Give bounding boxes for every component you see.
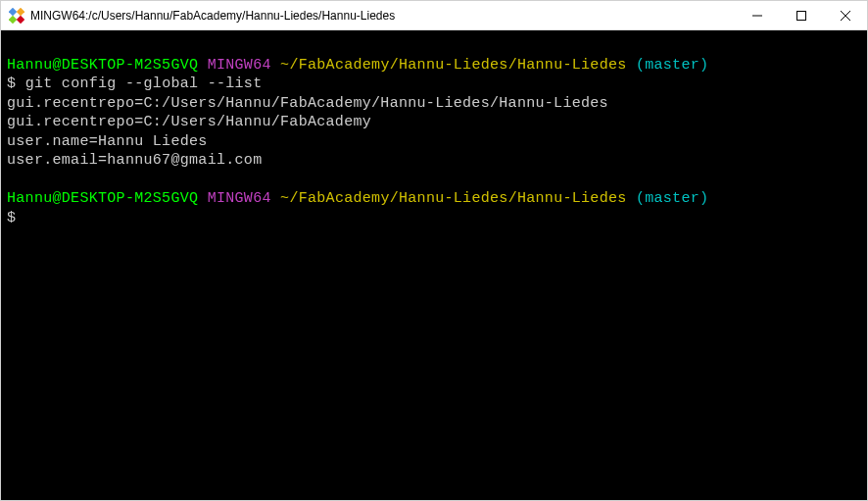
blank-line: [7, 171, 861, 190]
svg-rect-5: [796, 11, 805, 20]
cwd-path: ~/FabAcademy/Hannu-Liedes/Hannu-Liedes: [280, 57, 626, 74]
env-label: MINGW64: [208, 57, 271, 74]
svg-rect-3: [17, 15, 24, 23]
maximize-button[interactable]: [779, 1, 823, 29]
svg-rect-1: [17, 8, 24, 16]
prompt-line-1: Hannu@DESKTOP-M2S5GVQ MINGW64 ~/FabAcade…: [7, 56, 861, 75]
output-line: user.name=Hannu Liedes: [7, 132, 861, 152]
terminal-window: MINGW64:/c/Users/Hannu/FabAcademy/Hannu-…: [0, 0, 868, 501]
command-text: git config --global --list: [25, 75, 263, 92]
prompt-symbol: $: [7, 75, 16, 92]
git-branch: (master): [636, 57, 708, 74]
window-title: MINGW64:/c/Users/Hannu/FabAcademy/Hannu-…: [30, 9, 395, 23]
user-host: Hannu@DESKTOP-M2S5GVQ: [7, 190, 198, 207]
terminal-body[interactable]: Hannu@DESKTOP-M2S5GVQ MINGW64 ~/FabAcade…: [1, 30, 867, 500]
output-line: gui.recentrepo=C:/Users/Hannu/FabAcademy: [7, 113, 861, 132]
output-line: gui.recentrepo=C:/Users/Hannu/FabAcademy…: [7, 94, 861, 114]
app-icon: [9, 8, 24, 24]
svg-rect-2: [9, 15, 17, 23]
window-controls: [735, 1, 867, 29]
command-line-2: $: [7, 209, 861, 228]
output-line: user.email=hannu67@gmail.com: [7, 151, 861, 171]
minimize-button[interactable]: [735, 1, 779, 29]
svg-rect-0: [9, 8, 17, 16]
env-label: MINGW64: [208, 190, 271, 207]
titlebar: MINGW64:/c/Users/Hannu/FabAcademy/Hannu-…: [1, 1, 867, 30]
prompt-symbol: $: [7, 210, 16, 226]
command-line-1: $ git config --global --list: [7, 75, 861, 94]
close-button[interactable]: [823, 1, 867, 29]
blank-line: [7, 36, 861, 56]
prompt-line-2: Hannu@DESKTOP-M2S5GVQ MINGW64 ~/FabAcade…: [7, 189, 861, 209]
titlebar-left: MINGW64:/c/Users/Hannu/FabAcademy/Hannu-…: [9, 8, 395, 24]
cwd-path: ~/FabAcademy/Hannu-Liedes/Hannu-Liedes: [280, 190, 626, 207]
git-branch: (master): [636, 190, 708, 207]
user-host: Hannu@DESKTOP-M2S5GVQ: [7, 57, 198, 74]
